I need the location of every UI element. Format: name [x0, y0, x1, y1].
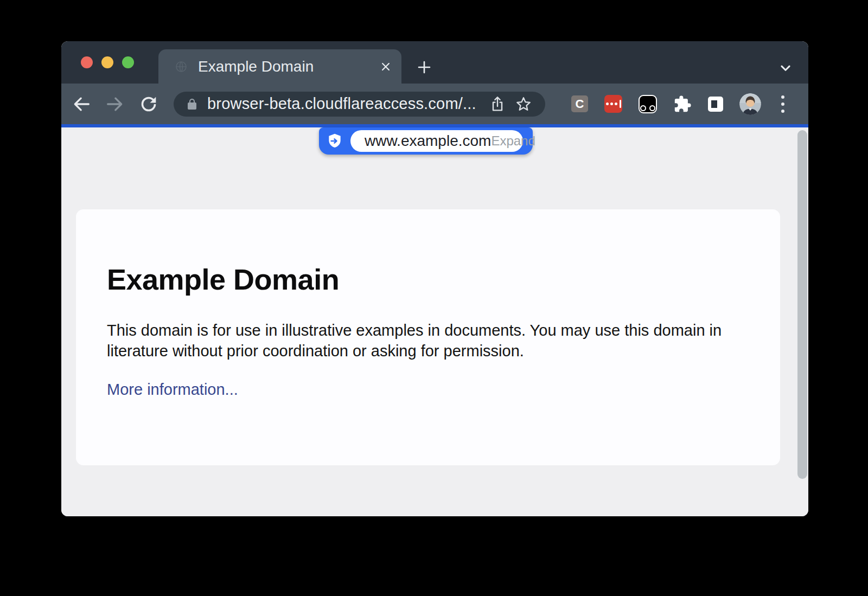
tab-strip: Example Domain	[61, 41, 808, 84]
binoculars-extension-icon[interactable]	[639, 95, 657, 113]
c-extension-icon[interactable]: C	[571, 95, 588, 112]
lastpass-extension-icon[interactable]	[604, 95, 622, 113]
chevron-down-icon[interactable]	[776, 59, 795, 77]
address-bar[interactable]: browser-beta.cloudflareaccess.com/...	[174, 92, 545, 117]
back-button[interactable]	[71, 93, 92, 115]
url-text[interactable]: browser-beta.cloudflareaccess.com/...	[207, 95, 489, 113]
content-card: Example Domain This domain is for use in…	[76, 209, 780, 465]
isolation-expand-button[interactable]: Expand	[491, 133, 535, 149]
page-viewport: www.example.com Expand Example Domain Th…	[61, 127, 808, 516]
extensions-puzzle-icon[interactable]	[673, 95, 692, 113]
close-window-button[interactable]	[81, 56, 93, 68]
page-heading: Example Domain	[107, 262, 749, 296]
bookmark-star-icon[interactable]	[515, 95, 532, 113]
browser-window: Example Domain	[61, 41, 808, 516]
isolation-host-text: www.example.com	[365, 132, 491, 150]
window-controls	[81, 56, 134, 68]
isolation-url-pill[interactable]: www.example.com Expand	[319, 127, 533, 155]
lock-icon[interactable]	[186, 98, 199, 111]
new-tab-button[interactable]	[416, 59, 433, 76]
kebab-menu-icon[interactable]	[777, 93, 788, 115]
shield-arrow-icon	[326, 132, 343, 150]
more-information-link[interactable]: More information...	[107, 381, 238, 399]
profile-avatar[interactable]	[739, 93, 761, 115]
minimize-window-button[interactable]	[101, 56, 113, 68]
fullscreen-window-button[interactable]	[122, 56, 134, 68]
share-icon[interactable]	[489, 95, 506, 113]
tab-title: Example Domain	[198, 58, 379, 75]
extensions-area: C	[571, 93, 788, 115]
tab-example-domain[interactable]: Example Domain	[158, 49, 401, 84]
scrollbar[interactable]	[797, 130, 807, 479]
forward-button[interactable]	[104, 93, 126, 115]
browser-toolbar: browser-beta.cloudflareaccess.com/... C	[61, 84, 808, 124]
isolation-host-field[interactable]: www.example.com Expand	[350, 130, 523, 152]
globe-favicon-icon	[175, 60, 188, 73]
reload-button[interactable]	[138, 93, 159, 115]
frame-extension-icon[interactable]	[708, 97, 723, 112]
tab-close-icon[interactable]	[379, 60, 393, 74]
page-paragraph: This domain is for use in illustrative e…	[107, 320, 731, 361]
